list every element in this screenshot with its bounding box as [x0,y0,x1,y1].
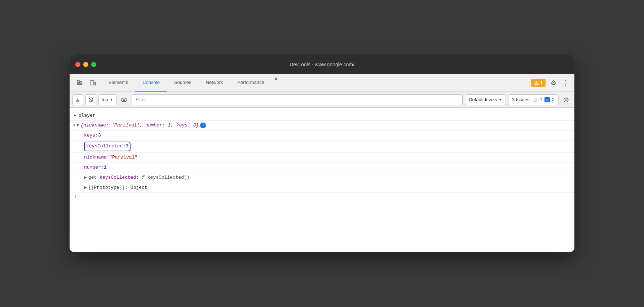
player-label: player [79,112,96,119]
console-prompt[interactable]: › [70,193,574,201]
eye-icon[interactable] [119,94,129,105]
console-output: ▶ player ◀ ▼ {nickname: 'Parzival', numb… [70,108,574,252]
devtools-window: DevTools - www.google.com/ [70,55,574,252]
list-item[interactable]: keys : 3 [70,131,574,141]
svg-rect-0 [77,80,79,83]
svg-rect-2 [94,82,96,85]
context-label: top [102,97,108,102]
devtools-panel: Elements Console Sources Network Perform… [70,74,574,252]
tabbar-right: ⚠ 1 ⚙ ⋮ [528,74,573,92]
prototype-arrow-icon[interactable]: ▶ [84,184,87,192]
settings-icon[interactable]: ⚙ [548,77,559,89]
tab-console[interactable]: Console [135,74,167,92]
issues-label: 3 Issues: [512,97,531,102]
issues-info-icon: ≡ [544,97,550,102]
tabbar-left-icons [71,74,101,92]
window-title: DevTools - www.google.com/ [290,62,354,67]
list-item[interactable]: nickname : "Parzival" [70,153,574,163]
prop-value: 3 [98,132,101,139]
tab-network[interactable]: Network [199,74,230,92]
issues-info-count: 2 [552,97,555,102]
issues-warn-count: 1 [540,97,542,102]
tab-sources[interactable]: Sources [167,74,199,92]
levels-chevron-icon: ▼ [498,98,502,102]
prop-value: 1 [104,164,107,172]
filter-input[interactable] [132,94,463,105]
tab-elements[interactable]: Elements [101,74,135,92]
device-icon[interactable] [87,77,98,89]
back-arrow-icon: ◀ [72,122,75,129]
getter-fn-label: f [142,175,145,180]
titlebar: DevTools - www.google.com/ [70,55,574,74]
more-options-icon[interactable]: ⋮ [561,77,570,89]
svg-rect-1 [90,81,94,85]
inspector-icon[interactable] [74,77,85,89]
prop-key: keysCollected [86,143,123,150]
issue-count: 1 [540,80,543,85]
issue-badge[interactable]: ⚠ 1 [531,79,546,87]
svg-point-7 [121,98,127,102]
levels-label: Default levels [469,97,497,102]
info-circle-icon: i [200,123,206,128]
warn-icon: ⚠ [534,80,539,86]
close-button[interactable] [75,62,80,67]
tabs: Elements Console Sources Network Perform… [101,74,528,92]
levels-selector[interactable]: Default levels ▼ [465,94,506,105]
object-summary: {nickname: 'Parzival', number: 1, keys: … [80,122,199,129]
getter-key: keysCollected [100,175,136,180]
prop-value: "Parzival" [109,154,137,161]
more-tabs-button[interactable]: » [272,74,281,92]
traffic-lights [75,62,96,67]
prompt-arrow-icon: › [74,194,77,200]
list-item[interactable]: number : 1 [70,163,574,173]
chevron-down-icon: ▼ [110,98,113,102]
svg-point-9 [565,99,567,101]
getter-fn-name: keysCollected() [145,175,190,180]
issues-warn-icon: ⚠ [533,97,538,103]
prop-value: 3 [125,143,128,150]
prop-key: keys [84,132,95,139]
svg-line-6 [89,98,92,101]
expand-down-arrow-icon[interactable]: ▼ [76,122,79,129]
expand-right-icon[interactable]: ▶ [84,174,87,182]
svg-point-8 [123,99,125,101]
block-icon[interactable] [85,94,96,105]
list-item[interactable]: ▶ player [70,111,574,121]
list-item[interactable]: ▶ get keysCollected: f keysCollected() [70,173,574,183]
prototype-label: [[Prototype]]: Object [88,184,147,192]
console-toolbar: top ▼ Default levels ▼ 3 Issues: ⚠ 1 ≡ 2 [70,92,574,108]
minimize-button[interactable] [83,62,88,67]
console-settings-icon[interactable] [561,94,572,105]
clear-console-button[interactable] [72,94,83,105]
getter-label: get [88,175,100,180]
maximize-button[interactable] [91,62,96,67]
tabbar: Elements Console Sources Network Perform… [70,74,574,92]
keys-collected-highlight: keysCollected : 3 [84,142,131,151]
list-item[interactable]: ◀ ▼ {nickname: 'Parzival', number: 1, ke… [70,121,574,131]
list-item[interactable]: keysCollected : 3 [70,141,574,153]
issues-badge[interactable]: 3 Issues: ⚠ 1 ≡ 2 [508,94,559,105]
tab-performance[interactable]: Performance [230,74,271,92]
prop-key: nickname [84,154,106,161]
expand-arrow-icon[interactable]: ▶ [74,112,76,119]
context-selector[interactable]: top ▼ [98,94,116,105]
list-item[interactable]: ▶ [[Prototype]]: Object [70,183,574,193]
prop-key: number [84,164,101,172]
